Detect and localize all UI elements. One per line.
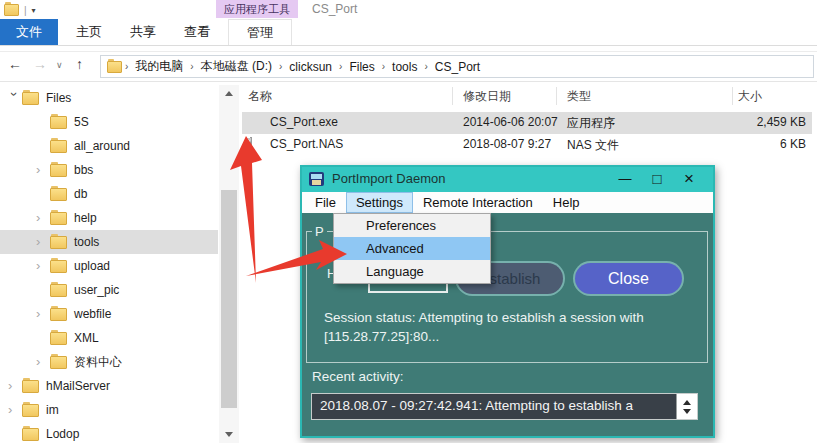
menu-file[interactable]: File [305,192,346,213]
file-date: 2014-06-06 20:07 [463,115,558,129]
folder-icon [22,404,39,417]
breadcrumb-clicksun[interactable]: clicksun [285,60,336,74]
folder-icon [50,164,67,177]
up-button[interactable]: ↑ [76,56,83,72]
scroll-down-icon[interactable] [683,409,691,414]
tab-view[interactable]: 查看 [170,19,224,45]
chevron-right-icon[interactable]: › [8,404,22,416]
file-row-cs-port-exe[interactable]: CS_Port.exe 2014-06-06 20:07 应用程序 2,459 … [242,112,812,134]
folder-icon [4,4,19,16]
column-header-date[interactable]: 修改日期 [463,88,511,105]
crumb-separator-icon[interactable]: › [122,61,131,72]
settings-dropdown-menu: Preferences Advanced Language [333,213,491,284]
sidebar-item-label: XML [74,331,99,345]
forward-button[interactable]: → [33,56,47,72]
sidebar-item-all-around[interactable]: all_around [0,134,218,158]
sidebar-item-user-pic[interactable]: user_pic [0,278,218,302]
sidebar-item-label: Files [46,91,71,105]
crumb-separator-icon[interactable]: › [379,61,388,72]
group-box-label: P [312,224,327,239]
menu-item-preferences[interactable]: Preferences [334,214,490,237]
sidebar-item-5s[interactable]: 5S [0,110,218,134]
scroll-up-icon[interactable] [225,91,233,96]
close-button[interactable]: Close [575,263,682,294]
file-name: CS_Port.NAS [270,137,343,151]
tree-scrollbar[interactable] [219,85,239,443]
dialog-window-controls: — □ × [609,165,705,192]
column-divider[interactable] [732,87,733,105]
breadcrumb-files[interactable]: Files [345,60,378,74]
breadcrumb-local-disk-d[interactable]: 本地磁盘 (D:) [197,58,276,75]
crumb-separator-icon[interactable]: › [276,61,285,72]
maximize-icon[interactable]: □ [641,170,673,187]
menu-remote-interaction[interactable]: Remote Interaction [413,192,543,213]
tab-manage[interactable]: 管理 [228,19,292,46]
file-row-cs-port-nas[interactable]: CS_Port.NAS 2018-08-07 9:27 NAS 文件 6 KB [242,134,812,156]
tab-file[interactable]: 文件 [0,19,58,45]
scroll-down-icon[interactable] [225,432,233,437]
folder-icon [22,428,39,441]
sidebar-item-webfile[interactable]: › webfile [0,302,218,326]
menu-settings[interactable]: Settings [346,192,413,213]
sidebar-item-files[interactable]: › Files [0,86,218,110]
chevron-right-icon[interactable]: › [36,308,50,320]
chevron-right-icon[interactable]: › [36,356,50,368]
sidebar-item-hmailserver[interactable]: › hMailServer [0,374,218,398]
folder-icon [50,308,67,321]
sidebar-item-xml[interactable]: XML [0,326,218,350]
sidebar-item-label: Lodop [46,427,79,441]
recent-locations-icon[interactable]: ∨ [56,60,63,70]
folder-icon [22,380,39,393]
sidebar-item-label: im [46,403,59,417]
sidebar-item-label: upload [74,259,110,273]
scrollbar-thumb[interactable] [221,190,237,408]
sidebar-item-label: 5S [74,115,89,129]
menu-item-language[interactable]: Language [334,260,490,283]
minimize-icon[interactable]: — [609,171,641,186]
close-icon[interactable]: × [673,169,705,189]
activity-entry: 2018.08.07 - 09:27:42.941: Attempting to… [320,398,633,413]
sidebar-item-data-center[interactable]: › 资料中心 [0,350,218,374]
column-header-type[interactable]: 类型 [567,88,591,105]
address-bar[interactable]: › 我的电脑 › 本地磁盘 (D:) › clicksun › Files › … [100,55,814,78]
column-divider[interactable] [452,87,453,105]
folder-icon [50,140,67,153]
sidebar-item-help[interactable]: › help [0,206,218,230]
menu-help[interactable]: Help [543,192,590,213]
sidebar-item-label: user_pic [74,283,119,297]
file-date: 2018-08-07 9:27 [463,137,551,151]
chevron-right-icon[interactable]: › [36,212,50,224]
crumb-separator-icon[interactable]: › [187,61,196,72]
sidebar-item-lodop[interactable]: Lodop [0,422,218,443]
toolbar-dropdown-icon[interactable]: ▾ [32,6,36,15]
breadcrumb-cs-port[interactable]: CS_Port [431,60,484,74]
chevron-down-icon[interactable]: › [8,92,20,104]
scroll-up-icon[interactable] [683,400,691,405]
sidebar-item-tools[interactable]: › tools [0,230,218,254]
chevron-right-icon[interactable]: › [36,260,50,272]
column-header-name[interactable]: 名称 [248,88,272,105]
folder-icon [50,356,67,369]
menu-item-advanced[interactable]: Advanced [334,237,490,260]
chevron-right-icon[interactable]: › [36,236,50,248]
sidebar-item-db[interactable]: db [0,182,218,206]
column-divider[interactable] [556,87,557,105]
tab-share[interactable]: 共享 [116,19,170,45]
quick-access-toolbar[interactable]: | ▾ [4,2,36,18]
session-status-text: Session status: Attempting to establish … [324,308,702,346]
breadcrumb-my-computer[interactable]: 我的电脑 [131,58,187,75]
tab-home[interactable]: 主页 [62,19,116,45]
sidebar-item-bbs[interactable]: › bbs [0,158,218,182]
sidebar-item-im[interactable]: › im [0,398,218,422]
crumb-separator-icon[interactable]: › [336,61,345,72]
crumb-separator-icon[interactable]: › [421,61,430,72]
explorer-window: | ▾ 应用程序工具 CS_Port 文件 主页 共享 查看 管理 ← → ∨ … [0,0,817,443]
back-button[interactable]: ← [8,56,22,72]
breadcrumb-tools[interactable]: tools [388,60,421,74]
chevron-right-icon[interactable]: › [36,164,50,176]
sidebar-item-upload[interactable]: › upload [0,254,218,278]
activity-log[interactable]: 2018.08.07 - 09:27:42.941: Attempting to… [311,393,698,420]
chevron-right-icon[interactable]: › [8,380,22,392]
column-header-size[interactable]: 大小 [712,88,762,105]
log-scrollbar[interactable] [676,394,697,419]
